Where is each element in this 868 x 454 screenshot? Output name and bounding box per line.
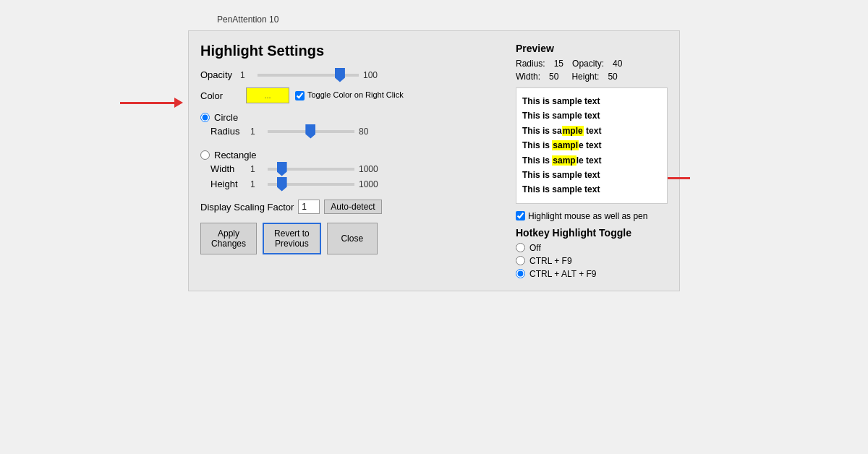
circle-options: Radius 1 80 bbox=[210, 126, 494, 141]
opacity-max: 100 bbox=[363, 70, 378, 80]
highlight-partial-4: sampl bbox=[552, 140, 579, 150]
radius-slider-container: 1 80 bbox=[250, 127, 372, 137]
opacity-row: Opacity 1 100 bbox=[200, 69, 494, 80]
left-section: Highlight Settings Opacity 1 100 Color .… bbox=[200, 43, 509, 279]
width-max: 1000 bbox=[359, 164, 378, 174]
height-max: 1000 bbox=[359, 179, 378, 189]
radius-row: Radius 1 80 bbox=[210, 126, 494, 137]
hotkey-ctrl-f9-label: CTRL + F9 bbox=[529, 256, 572, 266]
preview-opacity-label: Opacity: bbox=[572, 59, 604, 69]
opacity-slider[interactable] bbox=[258, 74, 359, 77]
circle-radio-row: Circle bbox=[200, 112, 494, 123]
section-title: Highlight Settings bbox=[200, 43, 494, 59]
highlight-mouse-label: Highlight mouse as well as pen bbox=[528, 211, 647, 221]
toggle-color-label[interactable]: Toggle Color on Right Click bbox=[295, 90, 404, 100]
hotkey-off-radio[interactable] bbox=[516, 243, 525, 252]
sample-line-4: This is sample text bbox=[522, 138, 661, 153]
width-row: Width 1 1000 bbox=[210, 163, 494, 174]
sample-line-2: This is sample text bbox=[522, 108, 661, 123]
arrow-left bbox=[120, 98, 183, 108]
shape-radio-group: Circle Radius 1 80 Rectangle bbox=[200, 112, 494, 194]
preview-radius-label: Radius: bbox=[516, 59, 545, 69]
hotkey-ctrl-alt-f9-label: CTRL + ALT + F9 bbox=[529, 269, 596, 279]
app-title: PenAttention 10 bbox=[217, 14, 278, 25]
radius-max: 80 bbox=[359, 127, 372, 137]
highlight-partial-5: samp bbox=[552, 155, 576, 166]
right-section: Preview Radius: 15 Opacity: 40 Width: 50… bbox=[509, 43, 668, 279]
preview-width-value: 50 bbox=[549, 72, 558, 82]
rectangle-radio[interactable] bbox=[200, 150, 210, 160]
height-slider-container: 1 1000 bbox=[250, 179, 378, 189]
auto-detect-button[interactable]: Auto-detect bbox=[324, 200, 381, 214]
hotkey-options: Off CTRL + F9 CTRL + ALT + F9 bbox=[516, 243, 668, 279]
sample-line-1: This is sample text bbox=[522, 94, 661, 108]
scaling-row: Display Scaling Factor Auto-detect bbox=[200, 200, 494, 214]
preview-info: Radius: 15 Opacity: 40 bbox=[516, 59, 668, 69]
button-row: Apply Changes Revert to Previous Close bbox=[200, 223, 494, 254]
close-button[interactable]: Close bbox=[327, 223, 378, 254]
sample-line-5: This is sample text bbox=[522, 153, 661, 168]
highlight-mouse-checkbox[interactable] bbox=[516, 211, 525, 220]
height-slider[interactable] bbox=[268, 183, 354, 186]
sample-line-3: This is sample text bbox=[522, 124, 661, 138]
radius-min: 1 bbox=[250, 127, 263, 137]
preview-width-label: Width: bbox=[516, 72, 540, 82]
height-label: Height bbox=[210, 179, 250, 189]
toggle-color-checkbox[interactable] bbox=[295, 91, 305, 100]
preview-size-info: Width: 50 Height: 50 bbox=[516, 72, 668, 82]
opacity-label: Opacity bbox=[200, 69, 240, 80]
radius-slider[interactable] bbox=[268, 130, 354, 133]
preview-height-value: 50 bbox=[608, 72, 617, 82]
hotkey-ctrl-f9-radio[interactable] bbox=[516, 256, 525, 265]
preview-opacity-value: 40 bbox=[613, 59, 622, 69]
hotkey-off-row: Off bbox=[516, 243, 668, 253]
opacity-min: 1 bbox=[240, 70, 253, 80]
hotkey-ctrl-f9-row: CTRL + F9 bbox=[516, 256, 668, 266]
revert-button[interactable]: Revert to Previous bbox=[263, 223, 321, 254]
color-picker-button[interactable]: ... bbox=[246, 87, 289, 103]
preview-text-area: This is sample text This is sample text … bbox=[516, 87, 668, 204]
hotkey-ctrl-alt-f9-radio[interactable] bbox=[516, 269, 525, 278]
sample-line-7: This is sample text bbox=[522, 182, 661, 197]
height-row: Height 1 1000 bbox=[210, 179, 494, 189]
hotkey-off-label: Off bbox=[529, 243, 541, 253]
main-panel: Highlight Settings Opacity 1 100 Color .… bbox=[188, 30, 680, 291]
preview-title: Preview bbox=[516, 43, 668, 54]
circle-label: Circle bbox=[214, 112, 238, 123]
width-slider[interactable] bbox=[268, 168, 354, 171]
apply-button[interactable]: Apply Changes bbox=[200, 223, 257, 254]
width-label: Width bbox=[210, 163, 250, 174]
height-min: 1 bbox=[250, 179, 263, 189]
sample-line-6: This is sample text bbox=[522, 168, 661, 182]
rectangle-radio-row: Rectangle bbox=[200, 150, 494, 160]
preview-radius-value: 15 bbox=[554, 59, 563, 69]
rectangle-label: Rectangle bbox=[214, 150, 257, 160]
toggle-color-text: Toggle Color on Right Click bbox=[307, 90, 404, 100]
preview-height-label: Height: bbox=[571, 72, 599, 82]
hotkey-ctrl-alt-f9-row: CTRL + ALT + F9 bbox=[516, 269, 668, 279]
scaling-input[interactable] bbox=[298, 200, 320, 214]
rectangle-options: Width 1 1000 Height 1 1000 bbox=[210, 163, 494, 194]
highlight-partial-3: mple bbox=[562, 126, 584, 136]
scaling-label: Display Scaling Factor bbox=[200, 202, 294, 213]
circle-radio[interactable] bbox=[200, 113, 210, 122]
width-slider-container: 1 1000 bbox=[250, 164, 378, 174]
color-row: Color ... Toggle Color on Right Click bbox=[200, 87, 494, 103]
highlight-mouse-row: Highlight mouse as well as pen bbox=[516, 211, 668, 221]
color-label: Color bbox=[200, 90, 240, 101]
radius-label: Radius bbox=[210, 126, 250, 137]
width-min: 1 bbox=[250, 164, 263, 174]
opacity-slider-container: 1 100 bbox=[240, 70, 378, 80]
hotkey-title: Hotkey Highlight Toggle bbox=[516, 227, 668, 239]
